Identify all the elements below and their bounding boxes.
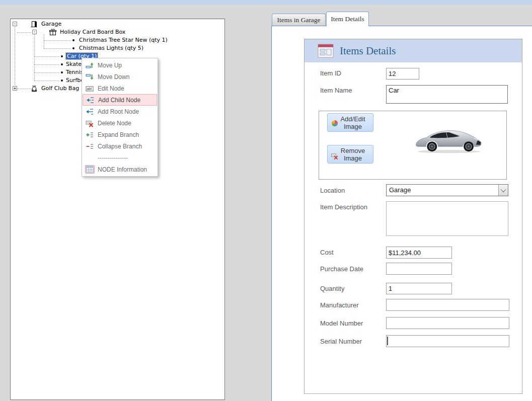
text-cursor bbox=[387, 337, 388, 345]
purchase-date-label: Purchase Date bbox=[320, 265, 363, 273]
item-name-input[interactable]: Car bbox=[386, 85, 508, 104]
menu-item-label: Delete Node bbox=[98, 120, 131, 127]
quantity-input[interactable] bbox=[386, 283, 452, 294]
remove-image-label: Remove Image bbox=[338, 147, 368, 162]
tree-node-label[interactable]: Holiday Card Board Box bbox=[60, 29, 125, 35]
gift-box-icon bbox=[49, 28, 57, 36]
bullet-icon bbox=[61, 71, 63, 73]
tab-item-details[interactable]: Item Details bbox=[326, 12, 369, 26]
model-number-input[interactable] bbox=[386, 317, 509, 329]
bullet-icon bbox=[61, 63, 63, 65]
tree-node-christmas-star[interactable]: Christmas Tree Star New (qty 1) bbox=[11, 36, 224, 44]
item-description-input[interactable] bbox=[386, 201, 508, 236]
menu-item-expand-branch[interactable]: Expand Branch bbox=[82, 129, 158, 140]
menu-item-label: NODE Information bbox=[98, 166, 147, 173]
menu-item-add-child-node[interactable]: Add Child Node bbox=[83, 94, 157, 106]
bullet-icon bbox=[61, 55, 63, 57]
tree-node-label[interactable]: Garage bbox=[41, 21, 61, 27]
menu-item-move-up[interactable]: Move Up bbox=[82, 59, 158, 71]
tab-items-in-garage[interactable]: Items in Garage bbox=[272, 14, 326, 26]
bullet-icon bbox=[72, 47, 74, 49]
window-top-strip bbox=[0, 0, 532, 5]
edit-node-icon: abl bbox=[85, 85, 94, 93]
remove-icon bbox=[331, 152, 339, 160]
node-information-icon bbox=[85, 166, 94, 174]
menu-item-label: Add Child Node bbox=[98, 97, 140, 104]
move-down-icon bbox=[85, 73, 94, 81]
item-description-label: Item Description bbox=[320, 203, 367, 211]
application-window: - Garage - Holiday Card Board Box Christ… bbox=[0, 0, 532, 401]
menu-item-label: Edit Node bbox=[98, 85, 124, 92]
add-edit-image-button[interactable]: Add/Edit Image bbox=[327, 113, 373, 132]
menu-item-label: Add Root Node bbox=[98, 108, 139, 115]
menu-item-node-information[interactable]: NODE Information bbox=[82, 164, 158, 175]
combo-dropdown-button[interactable] bbox=[498, 185, 508, 196]
location-label: Location bbox=[320, 187, 345, 194]
item-id-input[interactable] bbox=[386, 68, 419, 79]
menu-item-edit-node[interactable]: abl Edit Node bbox=[82, 83, 158, 94]
tree-context-menu: Move Up Move Down abl Edit Node Add Chil… bbox=[82, 58, 158, 177]
tab-bottom-border bbox=[271, 26, 532, 26]
golf-bag-icon bbox=[30, 85, 38, 93]
menu-item-label: Move Down bbox=[98, 73, 129, 81]
tree-node-holiday-box[interactable]: - Holiday Card Board Box bbox=[11, 28, 224, 36]
menu-item-label: Expand Branch bbox=[98, 131, 139, 138]
pie-chart-icon bbox=[331, 120, 338, 127]
menu-separator: --------------- bbox=[82, 152, 158, 164]
tree-node-label[interactable]: Christmas Tree Star New (qty 1) bbox=[79, 37, 168, 43]
separator-spacer bbox=[85, 154, 94, 162]
menu-item-label: Collapse Branch bbox=[98, 143, 142, 150]
item-id-label: Item ID bbox=[320, 69, 341, 77]
menu-item-label: Move Up bbox=[98, 62, 122, 69]
tree-node-garage[interactable]: - Garage bbox=[11, 20, 224, 28]
collapse-toggle-icon[interactable]: - bbox=[13, 22, 17, 26]
tree-node-label[interactable]: Golf Club Bag bbox=[41, 85, 79, 92]
bullet-icon bbox=[61, 79, 63, 82]
location-combobox[interactable]: Garage bbox=[386, 184, 508, 196]
purchase-date-input[interactable] bbox=[386, 263, 452, 275]
collapse-toggle-icon[interactable]: - bbox=[32, 30, 37, 34]
location-value: Garage bbox=[387, 185, 498, 196]
item-details-form: Items Details Item ID Item Name Car Add/… bbox=[304, 39, 522, 394]
collapse-branch-icon bbox=[85, 142, 94, 150]
menu-item-add-root-node[interactable]: Add Root Node bbox=[82, 106, 158, 117]
form-title: Items Details bbox=[340, 45, 396, 57]
add-root-node-icon bbox=[85, 108, 94, 116]
menu-item-move-down[interactable]: Move Down bbox=[82, 71, 158, 83]
item-name-label: Item Name bbox=[320, 87, 352, 94]
cost-input[interactable] bbox=[386, 247, 452, 259]
expand-branch-icon bbox=[85, 131, 94, 139]
item-image-car bbox=[414, 125, 483, 158]
svg-text:abl: abl bbox=[87, 87, 92, 91]
manufacturer-input[interactable] bbox=[386, 299, 509, 311]
move-up-icon bbox=[85, 61, 94, 69]
serial-number-label: Serial Number bbox=[320, 338, 362, 345]
serial-number-input[interactable] bbox=[386, 335, 509, 347]
form-icon bbox=[318, 44, 334, 58]
tree-node-christmas-lights[interactable]: Chistmas Lights (qty 5) bbox=[11, 44, 224, 52]
remove-image-button[interactable]: Remove Image bbox=[327, 145, 373, 164]
image-frame: Add/Edit Image Remove Image bbox=[319, 111, 507, 180]
form-header-banner: Items Details bbox=[305, 39, 522, 62]
bullet-icon bbox=[72, 39, 74, 41]
menu-separator-dashes: --------------- bbox=[98, 154, 128, 162]
add-child-node-icon bbox=[86, 96, 95, 104]
model-number-label: Model Number bbox=[320, 319, 363, 327]
menu-item-delete-node[interactable]: Delete Node bbox=[82, 117, 158, 129]
delete-node-icon bbox=[85, 119, 94, 127]
garage-door-icon bbox=[30, 20, 38, 28]
tree-node-label[interactable]: Chistmas Lights (qty 5) bbox=[79, 45, 143, 51]
cost-label: Cost bbox=[320, 249, 334, 256]
serial-number-field-wrap bbox=[386, 335, 509, 347]
menu-item-collapse-branch[interactable]: Collapse Branch bbox=[82, 140, 158, 152]
expand-toggle-icon[interactable]: + bbox=[13, 86, 17, 91]
quantity-label: Quantity bbox=[320, 285, 344, 292]
add-edit-image-label: Add/Edit Image bbox=[338, 115, 368, 130]
chevron-down-icon bbox=[500, 187, 506, 192]
manufacturer-label: Manufacturer bbox=[320, 301, 359, 309]
